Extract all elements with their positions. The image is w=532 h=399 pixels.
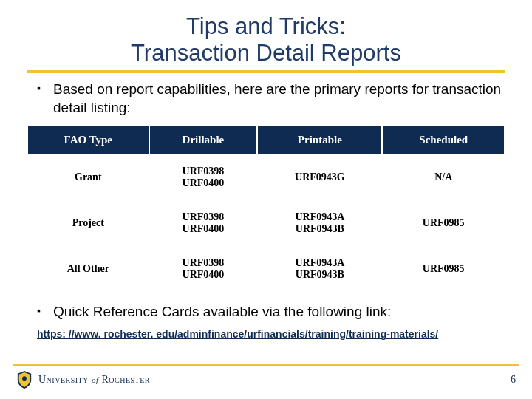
logo-of: of: [92, 375, 99, 384]
cell: URF0943G: [257, 154, 382, 200]
logo-rochester: Rochester: [101, 374, 150, 386]
university-logo: University of Rochester: [16, 370, 150, 389]
cell: URF0398URF0400: [149, 200, 258, 246]
cell: URF0398URF0400: [149, 154, 258, 200]
col-fao-type: FAO Type: [27, 126, 149, 154]
table-row: Grant URF0398URF0400 URF0943G N/A: [27, 154, 505, 200]
logo-university: University: [38, 374, 89, 386]
crest-icon: [16, 370, 33, 389]
table-header-row: FAO Type Drillable Printable Scheduled: [27, 126, 505, 154]
cell: All Other: [27, 246, 149, 292]
table-row: Project URF0398URF0400 URF0943AURF0943B …: [27, 200, 505, 246]
bullet-item: Quick Reference Cards available via the …: [37, 303, 505, 321]
bullet-item: Based on report capabilities, here are t…: [37, 81, 505, 117]
col-drillable: Drillable: [149, 126, 258, 154]
footer-bar: University of Rochester 6: [0, 370, 532, 397]
col-scheduled: Scheduled: [382, 126, 505, 154]
bullet-list-2: Quick Reference Cards available via the …: [27, 303, 505, 321]
cell: N/A: [382, 154, 505, 200]
cell: URF0985: [382, 246, 505, 292]
slide-title: Tips and Tricks:Transaction Detail Repor…: [27, 13, 505, 66]
footer: University of Rochester 6: [0, 364, 532, 399]
col-printable: Printable: [257, 126, 382, 154]
cell: Grant: [27, 154, 149, 200]
cell: URF0943AURF0943B: [257, 200, 382, 246]
slide: Tips and Tricks:Transaction Detail Repor…: [0, 0, 532, 399]
reports-table: FAO Type Drillable Printable Scheduled G…: [27, 125, 505, 293]
logo-text: University of Rochester: [38, 374, 150, 386]
title-underline: [27, 70, 505, 73]
svg-point-0: [22, 376, 27, 381]
cell: Project: [27, 200, 149, 246]
footer-rule: [13, 364, 519, 366]
reference-link[interactable]: https: //www. rochester. edu/adminfinanc…: [27, 328, 505, 340]
cell: URF0943AURF0943B: [257, 246, 382, 292]
cell: URF0398URF0400: [149, 246, 258, 292]
cell: URF0985: [382, 200, 505, 246]
table-row: All Other URF0398URF0400 URF0943AURF0943…: [27, 246, 505, 292]
page-number: 6: [511, 374, 516, 386]
bullet-list-1: Based on report capabilities, here are t…: [27, 81, 505, 117]
